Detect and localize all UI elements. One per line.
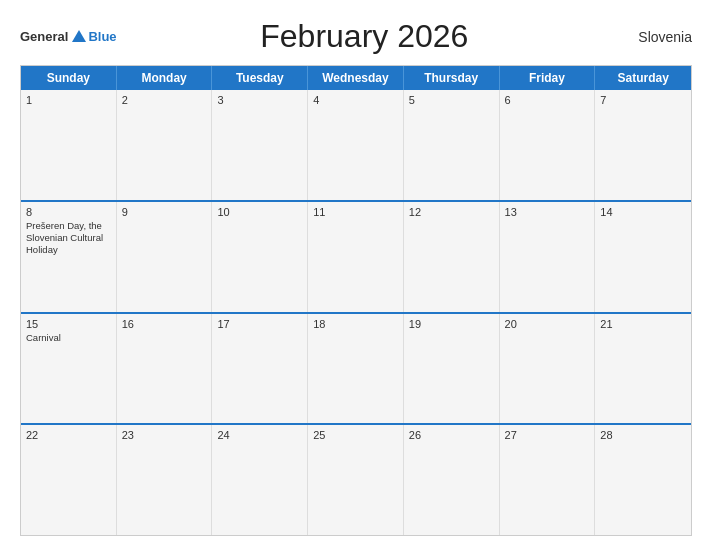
cell-10: 10 [212, 202, 308, 312]
cell-4: 4 [308, 90, 404, 200]
cell-16: 16 [117, 314, 213, 424]
day-number: 21 [600, 318, 686, 330]
day-number: 15 [26, 318, 111, 330]
svg-marker-0 [72, 30, 86, 42]
country-label: Slovenia [612, 29, 692, 45]
cell-15: 15 Carnival [21, 314, 117, 424]
calendar-title: February 2026 [117, 18, 612, 55]
cell-7: 7 [595, 90, 691, 200]
cell-2: 2 [117, 90, 213, 200]
day-number: 22 [26, 429, 111, 441]
cell-1: 1 [21, 90, 117, 200]
day-number: 3 [217, 94, 302, 106]
cell-26: 26 [404, 425, 500, 535]
day-number: 6 [505, 94, 590, 106]
cell-20: 20 [500, 314, 596, 424]
cell-8: 8 Prešeren Day, the Slovenian Cultural H… [21, 202, 117, 312]
day-number: 25 [313, 429, 398, 441]
logo-blue-text: Blue [88, 30, 116, 43]
day-number: 28 [600, 429, 686, 441]
cell-6: 6 [500, 90, 596, 200]
week-2: 8 Prešeren Day, the Slovenian Cultural H… [21, 200, 691, 312]
cell-11: 11 [308, 202, 404, 312]
week-4: 22 23 24 25 26 27 28 [21, 423, 691, 535]
day-number: 20 [505, 318, 590, 330]
day-number: 23 [122, 429, 207, 441]
day-number: 7 [600, 94, 686, 106]
header-friday: Friday [500, 66, 596, 90]
cell-24: 24 [212, 425, 308, 535]
header-saturday: Saturday [595, 66, 691, 90]
day-number: 10 [217, 206, 302, 218]
day-number: 11 [313, 206, 398, 218]
calendar-body: 1 2 3 4 5 6 7 8 Prešeren Day, the Sloven… [21, 90, 691, 535]
cell-22: 22 [21, 425, 117, 535]
cell-23: 23 [117, 425, 213, 535]
cell-18: 18 [308, 314, 404, 424]
day-number: 14 [600, 206, 686, 218]
cell-28: 28 [595, 425, 691, 535]
day-number: 9 [122, 206, 207, 218]
cell-27: 27 [500, 425, 596, 535]
cell-12: 12 [404, 202, 500, 312]
day-number: 4 [313, 94, 398, 106]
cell-5: 5 [404, 90, 500, 200]
logo: General Blue [20, 28, 117, 46]
cell-14: 14 [595, 202, 691, 312]
cell-17: 17 [212, 314, 308, 424]
day-number: 24 [217, 429, 302, 441]
day-number: 12 [409, 206, 494, 218]
day-number: 16 [122, 318, 207, 330]
calendar: Sunday Monday Tuesday Wednesday Thursday… [20, 65, 692, 536]
header-wednesday: Wednesday [308, 66, 404, 90]
cell-19: 19 [404, 314, 500, 424]
day-number: 26 [409, 429, 494, 441]
header: General Blue February 2026 Slovenia [20, 18, 692, 55]
cell-3: 3 [212, 90, 308, 200]
day-number: 8 [26, 206, 111, 218]
header-sunday: Sunday [21, 66, 117, 90]
logo-general-text: General [20, 30, 68, 43]
day-number: 13 [505, 206, 590, 218]
cell-9: 9 [117, 202, 213, 312]
day-number: 19 [409, 318, 494, 330]
week-3: 15 Carnival 16 17 18 19 20 21 [21, 312, 691, 424]
day-number: 5 [409, 94, 494, 106]
header-tuesday: Tuesday [212, 66, 308, 90]
day-number: 27 [505, 429, 590, 441]
cell-25: 25 [308, 425, 404, 535]
day-number: 18 [313, 318, 398, 330]
header-monday: Monday [117, 66, 213, 90]
event-preseren: Prešeren Day, the Slovenian Cultural Hol… [26, 220, 111, 257]
event-carnival: Carnival [26, 332, 111, 344]
cell-13: 13 [500, 202, 596, 312]
day-number: 1 [26, 94, 111, 106]
logo-icon [70, 28, 88, 46]
day-number: 17 [217, 318, 302, 330]
week-1: 1 2 3 4 5 6 7 [21, 90, 691, 200]
header-thursday: Thursday [404, 66, 500, 90]
calendar-header: Sunday Monday Tuesday Wednesday Thursday… [21, 66, 691, 90]
page: General Blue February 2026 Slovenia Sund… [0, 0, 712, 550]
day-number: 2 [122, 94, 207, 106]
cell-21: 21 [595, 314, 691, 424]
